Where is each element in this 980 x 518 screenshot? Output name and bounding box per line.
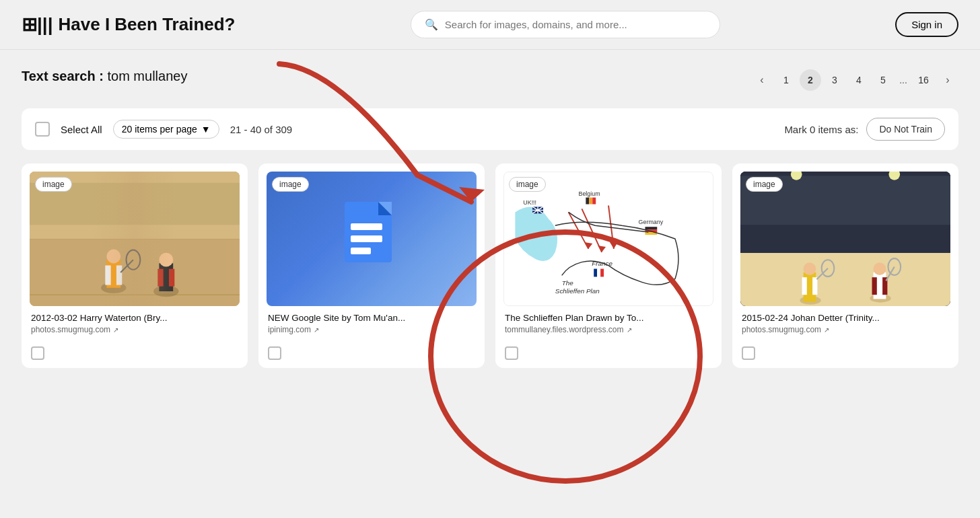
pagination-next[interactable]: › (937, 69, 958, 91)
card-3-source[interactable]: tommullaney.files.wordpress.com ↗ (505, 325, 712, 334)
svg-rect-9 (105, 266, 110, 285)
card-3-badge: image (509, 177, 546, 192)
search-label-value: tom mullaney (107, 69, 187, 83)
svg-rect-17 (169, 269, 174, 287)
image-grid: image (22, 163, 958, 368)
svg-text:Schlieffen Plan: Schlieffen Plan (555, 287, 600, 295)
svg-point-6 (101, 282, 126, 293)
card-4-source-text: photos.smugmug.com (742, 325, 821, 334)
card-1-image[interactable] (30, 172, 240, 306)
pagination-page-5[interactable]: 5 (872, 69, 894, 91)
svg-rect-53 (740, 253, 950, 306)
card-2-checkbox[interactable] (268, 346, 281, 360)
svg-text:The: The (562, 279, 574, 287)
svg-rect-61 (802, 277, 807, 295)
card-1-body: 2012-03-02 Harry Waterton (Bry... photos… (22, 306, 248, 341)
image-card-4: image (732, 163, 958, 368)
items-per-page-dropdown[interactable]: 20 items per page ▼ (113, 120, 219, 139)
card-3-checkbox[interactable] (505, 346, 518, 360)
svg-rect-33 (586, 198, 589, 205)
search-bar[interactable]: 🔍 (411, 11, 720, 38)
toolbar: Select All 20 items per page ▼ 21 - 40 o… (22, 108, 958, 150)
svg-rect-7 (106, 260, 120, 288)
card-3-footer (495, 341, 722, 368)
card-3-title: The Schlieffen Plan Drawn by To... (505, 313, 712, 323)
pagination-page-4[interactable]: 4 (848, 69, 870, 91)
card-3-source-text: tommullaney.files.wordpress.com (505, 325, 624, 334)
image-card-3: image UK!!! (495, 163, 722, 368)
card-3-ext-link-icon: ↗ (627, 326, 632, 334)
svg-text:UK!!!: UK!!! (523, 199, 536, 206)
svg-rect-0 (30, 172, 240, 306)
search-label-key: Text search : (22, 69, 104, 83)
card-4-checkbox[interactable] (742, 346, 755, 360)
card-1-ext-link-icon: ↗ (113, 326, 118, 334)
sign-in-button[interactable]: Sign in (895, 12, 958, 37)
card-4-ext-link-icon: ↗ (824, 326, 829, 334)
svg-rect-22 (351, 223, 382, 230)
select-all-label[interactable]: Select All (61, 124, 102, 135)
svg-rect-43 (600, 269, 604, 277)
pagination-page-2[interactable]: 2 (800, 69, 821, 91)
search-input[interactable] (445, 19, 706, 30)
card-4-body: 2015-02-24 Johan Detter (Trinity... phot… (732, 306, 958, 341)
card-2-ext-link-icon: ↗ (314, 326, 319, 334)
svg-rect-1 (30, 172, 240, 306)
pagination-prev[interactable]: ‹ (751, 69, 773, 91)
pagination-page-3[interactable]: 3 (824, 69, 845, 91)
items-per-page-label: 20 items per page (122, 124, 197, 135)
card-1-checkbox[interactable] (31, 346, 44, 360)
svg-rect-37 (645, 227, 657, 229)
items-count: 21 - 40 of 309 (230, 124, 293, 135)
card-1-title: 2012-03-02 Harry Waterton (Bry... (31, 313, 238, 323)
card-4-badge: image (746, 177, 783, 192)
card-2-source[interactable]: ipinimg.com ↗ (268, 325, 475, 334)
card-2-title: NEW Google Site by Tom Mu'an... (268, 313, 475, 323)
svg-rect-62 (812, 277, 817, 295)
card-2-top: image (258, 163, 485, 306)
svg-rect-41 (594, 269, 597, 277)
svg-rect-34 (589, 198, 592, 205)
card-1-source-text: photos.smugmug.com (31, 325, 110, 334)
svg-rect-24 (351, 248, 371, 254)
svg-line-12 (120, 260, 133, 272)
card-3-image[interactable]: UK!!! Belgium German (503, 172, 713, 306)
card-4-footer (732, 341, 958, 368)
svg-rect-14 (159, 263, 173, 291)
pagination-page-1[interactable]: 1 (775, 69, 797, 91)
card-2-image[interactable] (267, 172, 477, 306)
svg-point-15 (159, 253, 173, 267)
svg-rect-35 (592, 198, 596, 205)
map-drawing: UK!!! Belgium German (504, 172, 713, 305)
card-4-source[interactable]: photos.smugmug.com ↗ (742, 325, 949, 334)
pagination-ellipsis: ... (897, 75, 910, 85)
logo-area: ⊞||| Have I Been Trained? (22, 13, 236, 36)
do-not-train-button[interactable]: Do Not Train (866, 118, 945, 141)
svg-rect-42 (597, 269, 600, 277)
svg-rect-10 (116, 266, 122, 285)
svg-point-13 (153, 286, 178, 297)
search-label: Text search : tom mullaney (22, 69, 187, 84)
svg-point-67 (874, 262, 886, 275)
svg-rect-68 (872, 277, 877, 295)
card-3-body: The Schlieffen Plan Drawn by To... tommu… (495, 306, 722, 341)
select-all-checkbox[interactable] (35, 122, 50, 137)
logo-text: Have I Been Trained? (59, 14, 236, 35)
card-1-footer (22, 341, 248, 368)
main-content: Text search : tom mullaney ‹ 1 2 3 4 5 .… (0, 50, 980, 368)
image-card-2: image NE (258, 163, 485, 368)
card-1-source[interactable]: photos.smugmug.com ↗ (31, 325, 238, 334)
card-3-top: image UK!!! (495, 163, 722, 306)
toolbar-left: Select All 20 items per page ▼ 21 - 40 o… (35, 120, 292, 139)
card-2-badge: image (272, 177, 309, 192)
mark-label: Mark 0 items as: (784, 124, 858, 135)
dropdown-arrow-icon: ▼ (201, 124, 211, 135)
svg-text:Belgium: Belgium (578, 190, 600, 197)
svg-rect-23 (351, 235, 382, 242)
pagination-page-16[interactable]: 16 (913, 69, 934, 91)
logo-icon: ⊞||| (22, 13, 53, 36)
svg-point-11 (127, 250, 141, 270)
card-4-top: image (732, 163, 958, 306)
image-card-1: image (22, 163, 248, 368)
card-4-image[interactable] (740, 172, 950, 306)
